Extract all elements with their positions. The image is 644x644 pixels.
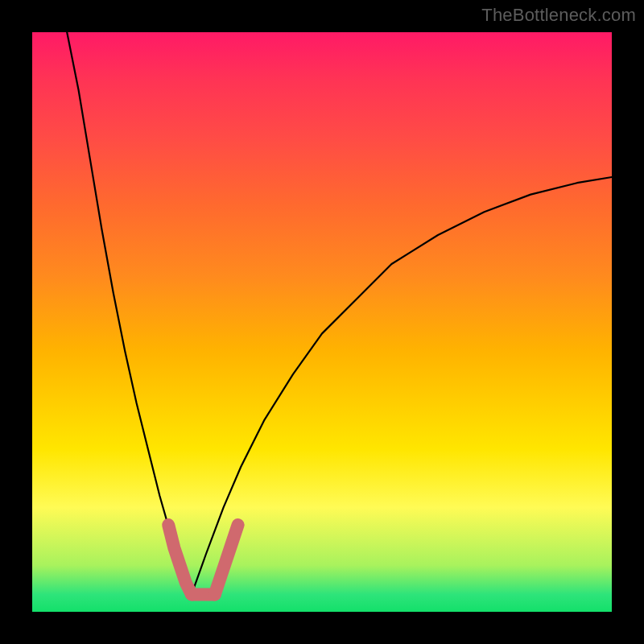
curve-layer: [32, 32, 612, 612]
series-right_branch: [192, 177, 612, 594]
v-curve: [67, 32, 612, 594]
series-highlight_right: [215, 525, 238, 594]
plot-area: [32, 32, 612, 612]
chart-frame: TheBottleneck.com: [0, 0, 644, 644]
series-highlight_left: [168, 525, 192, 594]
series-left_branch: [67, 32, 192, 594]
watermark-text: TheBottleneck.com: [481, 5, 636, 26]
